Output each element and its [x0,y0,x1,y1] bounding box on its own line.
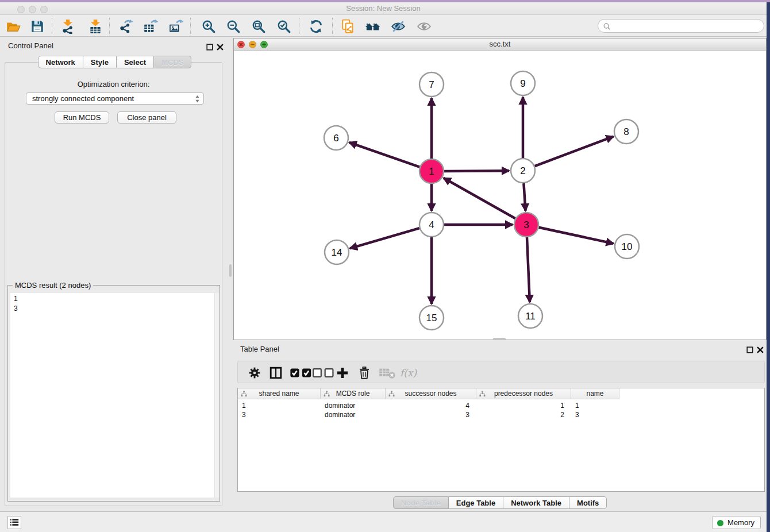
table-row[interactable]: 1dominator411 [238,401,764,410]
task-history-button[interactable] [7,516,21,529]
select-stepper-icon [195,95,200,103]
column-header-predecessor-nodes[interactable]: predecessor nodes [476,388,571,399]
zoom-out-icon[interactable] [226,19,241,34]
table-cell: dominator [321,401,386,410]
search-input[interactable] [598,19,764,33]
graph-node-4[interactable]: 4 [419,213,444,237]
select-all-icon[interactable] [290,367,313,379]
import-table-icon[interactable] [88,19,103,34]
svg-text:2: 2 [520,165,525,176]
graph-node-6[interactable]: 6 [324,126,348,150]
network-maximize-button[interactable] [260,41,268,48]
graph-edge-2-8[interactable] [535,137,614,167]
close-window-button[interactable] [17,6,25,13]
table-tab-motifs[interactable]: Motifs [569,496,607,509]
float-panel-icon[interactable] [206,43,213,49]
svg-text:14: 14 [332,247,342,258]
svg-text:6: 6 [333,133,338,144]
open-session-icon[interactable] [6,19,21,34]
memory-label: Memory [727,518,754,527]
graph-node-14[interactable]: 14 [325,240,349,264]
show-graphics-details-icon[interactable] [417,19,432,34]
table-row[interactable]: 3dominator323 [238,410,764,419]
column-header-shared-name[interactable]: shared name [238,388,321,399]
network-window-titlebar[interactable]: scc.txt [234,38,766,51]
optimization-criterion-select[interactable]: strongly connected component [26,92,204,105]
float-table-panel-icon[interactable] [746,345,753,352]
minimize-window-button[interactable] [29,6,36,13]
graph-node-7[interactable]: 7 [419,72,444,97]
import-network-icon[interactable] [60,19,75,34]
graph-node-2[interactable]: 2 [511,159,535,183]
graph-node-8[interactable]: 8 [614,119,638,144]
graph-edge-1-6[interactable] [349,142,420,167]
svg-text:10: 10 [622,241,633,252]
save-session-icon[interactable] [30,19,45,34]
table-tab-node-table[interactable]: Node Table [393,496,449,509]
show-columns-icon[interactable] [270,367,282,379]
home-view-icon[interactable] [365,19,380,34]
graph-edge-1-2[interactable] [444,171,509,171]
mcds-result-text[interactable]: 1 3 [10,293,220,498]
table-panel: Table Panel f(x) shared name [233,343,767,511]
network-canvas[interactable]: 7968124314101511 [234,51,766,340]
graph-edge-3-1[interactable] [444,178,515,218]
zoom-window-button[interactable] [40,6,48,13]
splitter-handle[interactable] [229,264,232,277]
tab-select[interactable]: Select [117,56,154,68]
optimization-criterion-value: strongly connected component [32,94,134,103]
network-close-button[interactable] [237,41,245,48]
graph-node-10[interactable]: 10 [615,234,639,259]
export-network-icon[interactable] [118,19,133,34]
table-cell: 3 [571,410,619,419]
control-panel-tabs: NetworkStyleSelectMCDS [0,56,229,68]
table-tab-network-table[interactable]: Network Table [503,496,569,509]
svg-text:8: 8 [623,126,629,137]
graph-edge-3-11[interactable] [527,237,530,302]
graph-node-9[interactable]: 9 [511,71,535,95]
zoom-fit-icon[interactable] [251,19,266,34]
network-minimize-button[interactable] [249,41,256,48]
horizontal-splitter-handle[interactable] [493,338,506,340]
graph-node-3[interactable]: 3 [514,213,538,237]
close-panel-icon[interactable] [217,43,224,49]
main-toolbar [0,15,767,37]
refresh-layout-icon[interactable] [309,19,324,34]
graph-node-15[interactable]: 15 [419,306,444,330]
graph-edge-4-14[interactable] [350,228,419,248]
table-settings-gear-icon[interactable] [248,367,261,379]
node-table-body: 1dominator4113dominator323 [238,401,764,419]
table-tab-edge-table[interactable]: Edge Table [449,496,503,509]
mcds-result-box: MCDS result (2 nodes) 1 3 [7,285,220,502]
zoom-in-icon[interactable] [201,19,216,34]
column-header-successor-nodes[interactable]: successor nodes [386,388,476,399]
export-table-icon[interactable] [143,19,158,34]
graph-node-1[interactable]: 1 [419,159,444,183]
hide-graphics-details-icon[interactable] [391,19,406,34]
table-cell: dominator [321,410,386,419]
deselect-all-icon[interactable] [312,367,336,379]
table-toolbar: f(x) [237,361,765,383]
close-table-panel-icon[interactable] [757,345,764,352]
tab-network[interactable]: Network [38,56,83,68]
mcds-result-title: MCDS result (2 nodes) [13,281,93,290]
column-header-MCDS-role[interactable]: MCDS role [321,388,386,399]
run-mcds-button[interactable]: Run MCDS [55,111,109,124]
zoom-selected-icon[interactable] [276,19,291,34]
table-cell: 4 [386,401,476,410]
memory-button[interactable]: Memory [712,516,761,529]
graph-node-11[interactable]: 11 [518,304,542,328]
svg-text:9: 9 [520,78,525,89]
copy-network-icon[interactable] [341,19,356,34]
mcds-result-scrollbar[interactable] [214,293,220,498]
add-column-icon[interactable] [336,367,349,379]
close-panel-button[interactable]: Close panel [117,111,176,124]
column-header-name[interactable]: name [571,388,619,399]
tab-mcds[interactable]: MCDS [154,56,191,68]
tab-style[interactable]: Style [83,56,117,68]
table-panel-tabs: Node TableEdge TableNetwork TableMotifs [233,496,767,509]
delete-column-icon[interactable] [359,367,370,379]
graph-edge-2-3[interactable] [523,183,525,211]
export-image-icon[interactable] [168,19,183,34]
graph-edge-3-10[interactable] [539,228,614,244]
